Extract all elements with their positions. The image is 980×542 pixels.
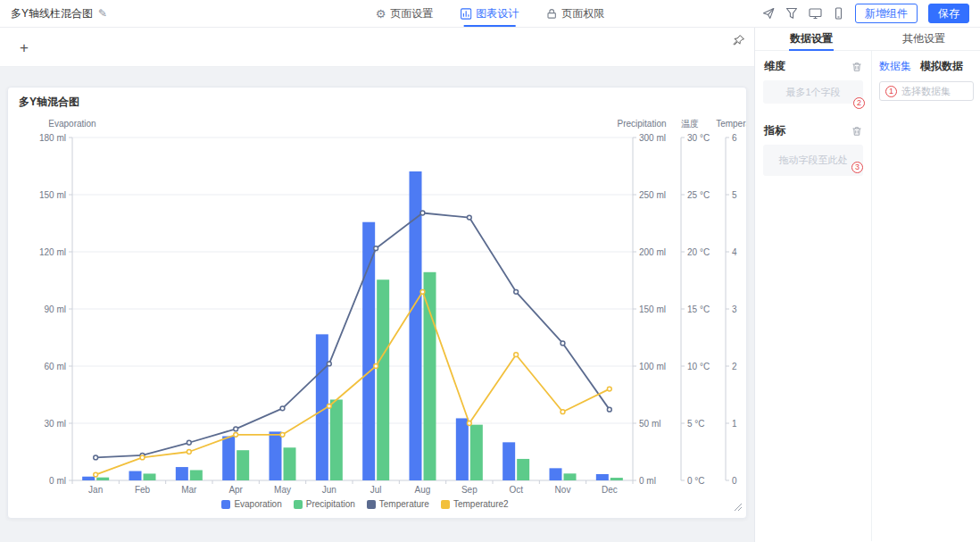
svg-text:120 ml: 120 ml: [39, 247, 66, 257]
svg-text:90 ml: 90 ml: [45, 304, 66, 314]
svg-text:20 °C: 20 °C: [687, 247, 710, 257]
svg-text:Jul: Jul: [370, 485, 382, 495]
svg-text:Precipitation: Precipitation: [617, 119, 666, 129]
send-icon[interactable]: [762, 7, 775, 20]
source-tab-mock[interactable]: 模拟数据: [920, 59, 963, 74]
tab-label: 页面权限: [561, 6, 604, 21]
tab-other-settings[interactable]: 其他设置: [868, 28, 980, 50]
tab-page-settings[interactable]: ⚙ 页面设置: [376, 0, 434, 27]
svg-text:温度: 温度: [681, 119, 699, 129]
svg-text:5: 5: [732, 190, 737, 200]
mobile-icon[interactable]: [833, 7, 844, 20]
svg-text:Evaporation: Evaporation: [48, 119, 96, 129]
svg-text:Sep: Sep: [461, 485, 478, 495]
tab-label: 页面设置: [390, 6, 433, 21]
panel-tabs: 数据设置 其他设置: [755, 28, 980, 51]
svg-text:100 ml: 100 ml: [639, 362, 666, 371]
legend-item[interactable]: Precipitation: [294, 499, 355, 509]
edit-icon[interactable]: ✎: [98, 7, 107, 20]
trash-icon[interactable]: [851, 62, 862, 72]
settings-panel: 数据设置 其他设置 维度 最多1个字段 2 指标: [754, 28, 980, 542]
save-button[interactable]: 保存: [928, 4, 969, 23]
svg-text:Aug: Aug: [415, 485, 431, 495]
chart-icon: [460, 8, 471, 20]
svg-text:50 ml: 50 ml: [639, 419, 660, 429]
plus-icon[interactable]: +: [20, 39, 29, 54]
svg-text:15 °C: 15 °C: [687, 304, 710, 314]
svg-text:Jan: Jan: [88, 485, 103, 495]
step-badge-3: 3: [851, 162, 863, 173]
datasource-column: 数据集 模拟数据 1 选择数据集: [871, 51, 980, 541]
page-title: 多Y轴线柱混合图: [11, 6, 93, 21]
fields-column: 维度 最多1个字段 2 指标 拖动字段至此处 3: [755, 51, 871, 541]
svg-text:5 °C: 5 °C: [687, 419, 705, 429]
dimension-placeholder: 最多1个字段: [785, 86, 840, 99]
svg-text:Feb: Feb: [135, 485, 151, 495]
svg-text:180 ml: 180 ml: [39, 133, 66, 143]
svg-text:Oct: Oct: [509, 485, 523, 495]
svg-text:150 ml: 150 ml: [39, 190, 66, 200]
svg-text:0: 0: [732, 476, 737, 486]
legend-label: Precipitation: [306, 499, 355, 509]
svg-text:30 ml: 30 ml: [45, 419, 66, 429]
legend-label: Evaporation: [234, 499, 281, 509]
svg-text:25 °C: 25 °C: [687, 190, 710, 200]
step-badge-1: 1: [885, 86, 897, 97]
svg-text:Nov: Nov: [555, 485, 571, 495]
pin-icon[interactable]: [732, 34, 745, 50]
legend-label: Temperature2: [453, 499, 509, 509]
legend-item[interactable]: Temperature: [367, 499, 429, 509]
svg-text:3: 3: [732, 304, 737, 314]
svg-text:300 ml: 300 ml: [639, 133, 666, 143]
source-tab-dataset[interactable]: 数据集: [879, 59, 911, 74]
svg-text:2: 2: [732, 362, 737, 371]
tab-label: 图表设计: [476, 6, 519, 21]
chart-svg: 0 ml30 ml60 ml90 ml120 ml150 ml180 mlEva…: [10, 113, 742, 496]
trash-icon[interactable]: [851, 126, 862, 137]
metric-placeholder: 拖动字段至此处: [779, 154, 848, 167]
filter-icon[interactable]: [785, 7, 798, 20]
legend-label: Temperature: [379, 499, 429, 509]
svg-text:250 ml: 250 ml: [639, 190, 666, 200]
svg-text:60 ml: 60 ml: [45, 362, 66, 371]
top-bar: 多Y轴线柱混合图 ✎ ⚙ 页面设置 图表设计 页面权限: [0, 0, 980, 28]
legend-item[interactable]: Evaporation: [221, 499, 281, 509]
svg-text:Mar: Mar: [181, 485, 197, 495]
dataset-select[interactable]: 1 选择数据集: [879, 81, 974, 101]
legend-swatch-icon: [294, 500, 303, 509]
svg-text:Temperat: Temperat: [716, 119, 747, 129]
header-tabs: ⚙ 页面设置 图表设计 页面权限: [376, 0, 605, 27]
legend-item[interactable]: Temperature2: [441, 499, 509, 509]
metric-drop-zone[interactable]: 拖动字段至此处 3: [763, 145, 863, 176]
monitor-icon[interactable]: [809, 7, 822, 20]
svg-text:4: 4: [732, 247, 737, 257]
svg-text:Jun: Jun: [322, 485, 336, 495]
legend-swatch-icon: [221, 500, 230, 509]
tab-data-settings[interactable]: 数据设置: [755, 28, 868, 50]
tab-label: 其他设置: [902, 31, 945, 46]
svg-text:Apr: Apr: [228, 485, 243, 495]
svg-text:May: May: [274, 485, 291, 495]
svg-text:0 ml: 0 ml: [639, 476, 656, 486]
metric-title: 指标: [764, 123, 785, 138]
datasource-switch: 数据集 模拟数据: [879, 59, 974, 74]
header-actions: 新增组件 保存: [762, 4, 980, 23]
svg-text:30 °C: 30 °C: [687, 133, 710, 143]
dimension-title: 维度: [764, 59, 785, 74]
add-component-button[interactable]: 新增组件: [855, 4, 918, 23]
tab-page-permission[interactable]: 页面权限: [545, 0, 604, 27]
svg-text:150 ml: 150 ml: [639, 304, 666, 314]
step-badge-2: 2: [853, 97, 865, 109]
svg-text:200 ml: 200 ml: [639, 247, 666, 257]
resize-handle-icon[interactable]: [734, 502, 743, 514]
svg-text:6: 6: [732, 133, 737, 143]
svg-text:0 °C: 0 °C: [687, 476, 705, 486]
svg-text:1: 1: [732, 419, 737, 429]
panel-body: 维度 最多1个字段 2 指标 拖动字段至此处 3: [755, 51, 980, 541]
gear-icon: ⚙: [376, 8, 386, 20]
dimension-drop-zone[interactable]: 最多1个字段 2: [763, 80, 863, 104]
title-group: 多Y轴线柱混合图 ✎: [0, 6, 107, 21]
app-root: 多Y轴线柱混合图 ✎ ⚙ 页面设置 图表设计 页面权限: [0, 0, 980, 542]
chart-widget[interactable]: 多Y轴混合图 0 ml30 ml60 ml90 ml120 ml150 ml18…: [7, 87, 747, 519]
tab-chart-design[interactable]: 图表设计: [460, 0, 519, 27]
